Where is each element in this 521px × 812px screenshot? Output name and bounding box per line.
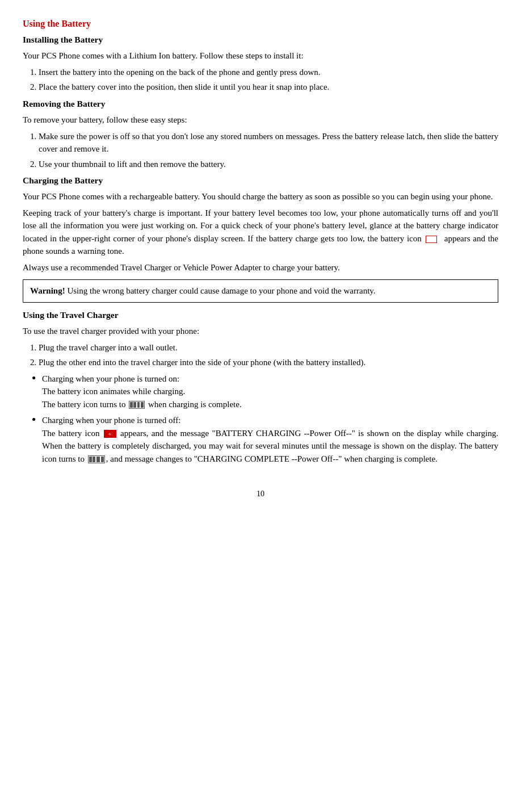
removing-intro: To remove your battery, follow these eas… [23,114,498,127]
section-removing: Removing the Battery To remove your batt… [23,97,498,170]
warning-box: Warning! Using the wrong battery charger… [23,279,498,303]
travel-charger-steps: Plug the travel charger into a wall outl… [39,341,498,369]
bullet-charging-off-sub1: The battery icon + appears, and the mess… [42,429,498,463]
bullet-charging-off: Charging when your phone is turned off: … [32,414,498,465]
charging-para1: Your PCS Phone comes with a rechargeable… [23,190,498,203]
list-item: Use your thumbnail to lift and then remo… [39,158,498,171]
list-item: Plug the travel charger into a wall outl… [39,341,498,354]
charging-bullets: Charging when your phone is turned on: T… [32,372,498,466]
list-item: Make sure the power is off so that you d… [39,130,498,156]
battery-low-icon [426,236,437,243]
list-item: Insert the battery into the opening on t… [39,66,498,79]
removing-steps: Make sure the power is off so that you d… [39,130,498,171]
battery-full-icon-inline [129,401,145,409]
warning-text: Using the wrong battery charger could ca… [65,286,376,295]
top-heading: Using the Battery [23,17,498,31]
bullet-charging-on-sub1: The battery icon animates while charging… [42,387,185,396]
list-item: Place the battery cover into the positio… [39,81,498,94]
charging-heading: Charging the Battery [23,174,498,187]
section-installing: Installing the Battery Your PCS Phone co… [23,33,498,94]
bullet-charging-off-main: Charging when your phone is turned off: [42,416,180,425]
installing-steps: Insert the battery into the opening on t… [39,66,498,94]
installing-intro: Your PCS Phone comes with a Lithium Ion … [23,49,498,62]
bullet-charging-on-sub2: The battery icon turns to when charging … [42,400,242,409]
battery-charging-icon: + [104,430,116,438]
installing-heading: Installing the Battery [23,33,498,46]
bullet-charging-on: Charging when your phone is turned on: T… [32,372,498,411]
list-item: Plug the other end into the travel charg… [39,356,498,369]
travel-charger-heading: Using the Travel Charger [23,308,498,321]
battery-full-icon2 [88,455,105,463]
removing-heading: Removing the Battery [23,97,498,110]
page-number: 10 [23,488,498,500]
section-travel-charger: Using the Travel Charger To use the trav… [23,308,498,465]
bullet-charging-on-main: Charging when your phone is turned on: [42,374,179,383]
charging-para3: Always use a recommended Travel Charger … [23,261,498,274]
charging-para2: Keeping track of your battery's charge i… [23,207,498,258]
travel-charger-intro: To use the travel charger provided with … [23,325,498,338]
section-charging: Charging the Battery Your PCS Phone come… [23,174,498,303]
warning-label: Warning! [30,286,65,295]
